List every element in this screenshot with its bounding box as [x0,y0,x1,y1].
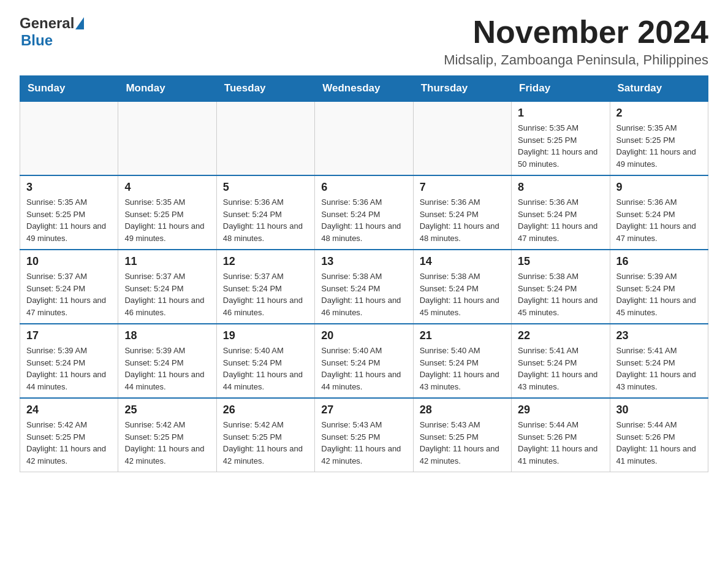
day-number: 28 [420,404,505,416]
calendar-day-cell: 13Sunrise: 5:38 AM Sunset: 5:24 PM Dayli… [315,250,413,324]
calendar-day-cell: 30Sunrise: 5:44 AM Sunset: 5:26 PM Dayli… [610,398,708,472]
calendar-table: SundayMondayTuesdayWednesdayThursdayFrid… [20,75,708,472]
day-info: Sunrise: 5:35 AM Sunset: 5:25 PM Dayligh… [616,122,702,170]
day-number: 8 [518,181,603,194]
day-number: 20 [321,329,406,342]
day-info: Sunrise: 5:40 AM Sunset: 5:24 PM Dayligh… [420,345,505,393]
day-number: 11 [124,255,210,268]
calendar-day-cell: 7Sunrise: 5:36 AM Sunset: 5:24 PM Daylig… [413,175,511,250]
logo-arrow-icon [75,17,84,29]
calendar-day-cell [20,101,118,175]
day-info: Sunrise: 5:42 AM Sunset: 5:25 PM Dayligh… [26,419,112,467]
day-number: 25 [124,404,210,416]
calendar-day-cell: 6Sunrise: 5:36 AM Sunset: 5:24 PM Daylig… [315,175,413,250]
calendar-day-cell: 10Sunrise: 5:37 AM Sunset: 5:24 PM Dayli… [20,250,118,324]
calendar-day-cell: 19Sunrise: 5:40 AM Sunset: 5:24 PM Dayli… [216,324,314,398]
title-area: November 2024 Midsalip, Zamboanga Penins… [444,15,708,68]
day-info: Sunrise: 5:39 AM Sunset: 5:24 PM Dayligh… [26,345,112,393]
calendar-header-row: SundayMondayTuesdayWednesdayThursdayFrid… [20,76,708,102]
day-number: 30 [616,404,702,416]
calendar-day-cell: 23Sunrise: 5:41 AM Sunset: 5:24 PM Dayli… [610,324,708,398]
day-info: Sunrise: 5:43 AM Sunset: 5:25 PM Dayligh… [420,419,505,467]
calendar-day-cell: 17Sunrise: 5:39 AM Sunset: 5:24 PM Dayli… [20,324,118,398]
calendar-day-cell: 29Sunrise: 5:44 AM Sunset: 5:26 PM Dayli… [512,398,610,472]
day-number: 23 [616,329,702,342]
calendar-day-cell: 28Sunrise: 5:43 AM Sunset: 5:25 PM Dayli… [413,398,511,472]
day-info: Sunrise: 5:44 AM Sunset: 5:26 PM Dayligh… [616,419,702,467]
calendar-day-cell: 21Sunrise: 5:40 AM Sunset: 5:24 PM Dayli… [413,324,511,398]
day-info: Sunrise: 5:36 AM Sunset: 5:24 PM Dayligh… [518,196,603,244]
day-info: Sunrise: 5:37 AM Sunset: 5:24 PM Dayligh… [223,270,308,318]
calendar-header-wednesday: Wednesday [315,76,413,102]
day-info: Sunrise: 5:35 AM Sunset: 5:25 PM Dayligh… [26,196,112,244]
calendar-week-row: 24Sunrise: 5:42 AM Sunset: 5:25 PM Dayli… [20,398,708,472]
calendar-day-cell: 3Sunrise: 5:35 AM Sunset: 5:25 PM Daylig… [20,175,118,250]
logo: General Blue [20,15,84,49]
calendar-week-row: 3Sunrise: 5:35 AM Sunset: 5:25 PM Daylig… [20,175,708,250]
calendar-day-cell: 8Sunrise: 5:36 AM Sunset: 5:24 PM Daylig… [512,175,610,250]
day-info: Sunrise: 5:40 AM Sunset: 5:24 PM Dayligh… [223,345,308,393]
day-info: Sunrise: 5:36 AM Sunset: 5:24 PM Dayligh… [223,196,308,244]
calendar-day-cell: 15Sunrise: 5:38 AM Sunset: 5:24 PM Dayli… [512,250,610,324]
calendar-day-cell: 16Sunrise: 5:39 AM Sunset: 5:24 PM Dayli… [610,250,708,324]
calendar-week-row: 1Sunrise: 5:35 AM Sunset: 5:25 PM Daylig… [20,101,708,175]
calendar-day-cell: 26Sunrise: 5:42 AM Sunset: 5:25 PM Dayli… [216,398,314,472]
day-number: 26 [223,404,308,416]
day-info: Sunrise: 5:42 AM Sunset: 5:25 PM Dayligh… [124,419,210,467]
day-number: 3 [26,181,112,194]
day-info: Sunrise: 5:36 AM Sunset: 5:24 PM Dayligh… [616,196,702,244]
day-number: 17 [26,329,112,342]
calendar-day-cell: 4Sunrise: 5:35 AM Sunset: 5:25 PM Daylig… [118,175,216,250]
day-info: Sunrise: 5:37 AM Sunset: 5:24 PM Dayligh… [26,270,112,318]
day-number: 24 [26,404,112,416]
calendar-header-sunday: Sunday [20,76,118,102]
calendar-day-cell: 22Sunrise: 5:41 AM Sunset: 5:24 PM Dayli… [512,324,610,398]
calendar-day-cell: 24Sunrise: 5:42 AM Sunset: 5:25 PM Dayli… [20,398,118,472]
calendar-day-cell: 27Sunrise: 5:43 AM Sunset: 5:25 PM Dayli… [315,398,413,472]
day-number: 5 [223,181,308,194]
calendar-day-cell [413,101,511,175]
day-info: Sunrise: 5:44 AM Sunset: 5:26 PM Dayligh… [518,419,603,467]
calendar-week-row: 17Sunrise: 5:39 AM Sunset: 5:24 PM Dayli… [20,324,708,398]
logo-blue-text: Blue [21,32,84,49]
calendar-day-cell: 20Sunrise: 5:40 AM Sunset: 5:24 PM Dayli… [315,324,413,398]
calendar-header-thursday: Thursday [413,76,511,102]
day-number: 15 [518,255,603,268]
day-number: 14 [420,255,505,268]
calendar-day-cell: 9Sunrise: 5:36 AM Sunset: 5:24 PM Daylig… [610,175,708,250]
day-number: 2 [616,107,702,120]
calendar-header-monday: Monday [118,76,216,102]
day-info: Sunrise: 5:38 AM Sunset: 5:24 PM Dayligh… [420,270,505,318]
calendar-header-friday: Friday [512,76,610,102]
day-number: 1 [518,107,603,120]
calendar-day-cell: 12Sunrise: 5:37 AM Sunset: 5:24 PM Dayli… [216,250,314,324]
calendar-day-cell: 25Sunrise: 5:42 AM Sunset: 5:25 PM Dayli… [118,398,216,472]
calendar-day-cell: 18Sunrise: 5:39 AM Sunset: 5:24 PM Dayli… [118,324,216,398]
calendar-day-cell: 2Sunrise: 5:35 AM Sunset: 5:25 PM Daylig… [610,101,708,175]
day-info: Sunrise: 5:39 AM Sunset: 5:24 PM Dayligh… [616,270,702,318]
calendar-day-cell: 14Sunrise: 5:38 AM Sunset: 5:24 PM Dayli… [413,250,511,324]
day-info: Sunrise: 5:38 AM Sunset: 5:24 PM Dayligh… [321,270,406,318]
day-info: Sunrise: 5:37 AM Sunset: 5:24 PM Dayligh… [124,270,210,318]
calendar-header-saturday: Saturday [610,76,708,102]
day-number: 18 [124,329,210,342]
calendar-week-row: 10Sunrise: 5:37 AM Sunset: 5:24 PM Dayli… [20,250,708,324]
calendar-day-cell [216,101,314,175]
day-number: 16 [616,255,702,268]
day-number: 13 [321,255,406,268]
day-number: 21 [420,329,505,342]
month-title: November 2024 [444,15,708,50]
calendar-day-cell [118,101,216,175]
day-info: Sunrise: 5:41 AM Sunset: 5:24 PM Dayligh… [616,345,702,393]
day-info: Sunrise: 5:43 AM Sunset: 5:25 PM Dayligh… [321,419,406,467]
day-info: Sunrise: 5:36 AM Sunset: 5:24 PM Dayligh… [321,196,406,244]
day-info: Sunrise: 5:40 AM Sunset: 5:24 PM Dayligh… [321,345,406,393]
day-number: 27 [321,404,406,416]
day-number: 22 [518,329,603,342]
day-info: Sunrise: 5:38 AM Sunset: 5:24 PM Dayligh… [518,270,603,318]
calendar-day-cell: 11Sunrise: 5:37 AM Sunset: 5:24 PM Dayli… [118,250,216,324]
day-info: Sunrise: 5:42 AM Sunset: 5:25 PM Dayligh… [223,419,308,467]
day-info: Sunrise: 5:36 AM Sunset: 5:24 PM Dayligh… [420,196,505,244]
calendar-day-cell [315,101,413,175]
day-info: Sunrise: 5:39 AM Sunset: 5:24 PM Dayligh… [124,345,210,393]
